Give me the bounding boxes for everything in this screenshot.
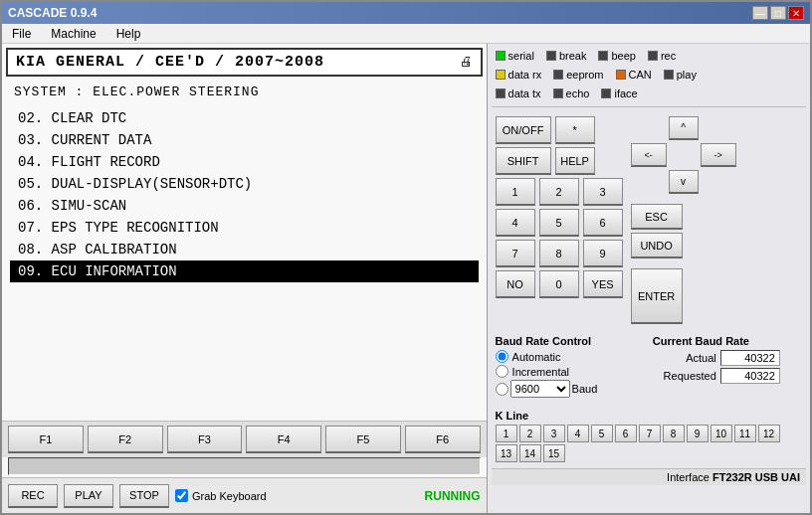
kline-15[interactable]: 15 [543,444,565,462]
num6-button[interactable]: 6 [583,209,623,237]
menu-machine[interactable]: Machine [45,26,102,42]
shift-button[interactable]: SHIFT [496,147,551,175]
kline-11[interactable]: 11 [734,425,756,442]
echo-label: echo [566,87,590,99]
nav-up-button[interactable]: ^ [669,116,699,140]
num3-button[interactable]: 3 [583,178,623,206]
num2-button[interactable]: 2 [539,178,579,206]
menu-file[interactable]: File [6,26,37,42]
auto-radio[interactable] [496,350,508,363]
f1-button[interactable]: F1 [8,426,84,453]
kline-6[interactable]: 6 [615,425,637,442]
minimize-button[interactable]: — [752,6,768,20]
manual-radio[interactable] [496,383,508,396]
kline-4[interactable]: 4 [567,425,589,442]
kline-13[interactable]: 13 [496,444,517,462]
kline-2[interactable]: 2 [519,425,541,442]
play-label: play [677,69,697,81]
num5-button[interactable]: 5 [539,209,579,237]
kline-10[interactable]: 10 [710,425,732,442]
eeprom-label: eeprom [566,69,603,81]
num0-button[interactable]: 0 [539,270,579,298]
no-button[interactable]: NO [496,270,535,298]
kline-12[interactable]: 12 [758,425,780,442]
rec-label: rec [661,50,676,62]
star-button[interactable]: * [555,116,595,144]
num8-button[interactable]: 8 [539,240,579,267]
yes-button[interactable]: YES [583,270,623,298]
undo-button[interactable]: UNDO [631,233,683,258]
status-rec: rec [648,50,676,62]
num9-button[interactable]: 9 [583,240,623,267]
menu-item-06[interactable]: 06. SIMU-SCAN [10,195,479,217]
menu-item-02[interactable]: 02. CLEAR DTC [10,107,479,129]
f4-button[interactable]: F4 [246,426,321,453]
nav-down-button[interactable]: v [669,170,699,194]
enter-button[interactable]: ENTER [631,268,683,324]
incr-radio-item: Incremental [496,365,645,378]
menu-item-03[interactable]: 03. CURRENT DATA [10,129,479,151]
incr-radio[interactable] [496,365,508,378]
current-baud-title: Current Baud Rate [653,335,802,347]
auto-radio-item: Automatic [496,350,645,363]
nav-right-button[interactable]: -> [701,143,736,167]
grab-keyboard-checkbox[interactable] [175,489,188,502]
kline-5[interactable]: 5 [591,425,613,442]
f6-button[interactable]: F6 [405,426,481,453]
grab-keyboard-text: Grab Keyboard [192,490,267,502]
baud-current: Current Baud Rate Actual 40322 Requested… [653,335,802,400]
serial-dot [496,51,506,61]
kline-3[interactable]: 3 [543,425,565,442]
f2-button[interactable]: F2 [88,426,163,453]
menu-help[interactable]: Help [110,26,147,42]
can-dot [616,70,626,80]
interface-label: Interface [667,471,710,483]
kline-9[interactable]: 9 [687,425,709,442]
num7-button[interactable]: 7 [496,240,535,267]
status-eeprom: eeprom [553,69,603,81]
serial-label: serial [508,50,534,62]
baud-control: Baud Rate Control Automatic Incremental … [496,335,645,400]
menu-item-04[interactable]: 04. FLIGHT RECORD [10,151,479,173]
status-iface: iface [601,87,637,99]
onoff-button[interactable]: ON/OFF [496,116,551,144]
close-button[interactable]: ✕ [788,6,804,20]
break-label: break [559,50,587,62]
menu-item-09[interactable]: 09. ECU INFORMATION [10,260,479,282]
eeprom-dot [553,70,563,80]
kline-7[interactable]: 7 [639,425,661,442]
num1-button[interactable]: 1 [496,178,535,206]
incr-label: Incremental [512,366,569,378]
menu-item-07[interactable]: 07. EPS TYPE RECOGNITION [10,217,479,239]
nav-left-button[interactable]: <- [631,143,667,167]
datatx-dot [496,88,506,98]
menu-item-05[interactable]: 05. DUAL-DISPLAY(SENSOR+DTC) [10,173,479,195]
vehicle-header: KIA GENERAL / CEE'D / 2007~2008 🖨 [6,48,483,77]
kline-8[interactable]: 8 [663,425,685,442]
progress-bar [8,457,481,475]
window-controls: — □ ✕ [752,6,804,20]
status-echo: echo [553,87,590,99]
requested-value: 40322 [720,368,780,384]
grab-keyboard-label[interactable]: Grab Keyboard [175,489,267,502]
rec-dot [648,51,658,61]
main-content: KIA GENERAL / CEE'D / 2007~2008 🖨 SYSTEM… [2,44,810,513]
maximize-button[interactable]: □ [770,6,786,20]
esc-button[interactable]: ESC [631,204,683,230]
status-beep: beep [598,50,635,62]
help-button[interactable]: HELP [555,147,595,175]
running-status: RUNNING [425,489,481,503]
play-button[interactable]: PLAY [64,484,113,508]
kline-1[interactable]: 1 [496,425,517,442]
datarx-label: data rx [508,69,542,81]
f3-button[interactable]: F3 [167,426,243,453]
stop-button[interactable]: STOP [119,484,169,508]
rec-button[interactable]: REC [8,484,58,508]
echo-dot [553,88,563,98]
system-line: SYSTEM : ELEC.POWER STEERING [2,81,487,103]
num4-button[interactable]: 4 [496,209,535,237]
kline-14[interactable]: 14 [519,444,541,462]
f5-button[interactable]: F5 [325,426,401,453]
menu-item-08[interactable]: 08. ASP CALIBRATION [10,239,479,260]
baud-select[interactable]: 9600 [510,380,570,398]
